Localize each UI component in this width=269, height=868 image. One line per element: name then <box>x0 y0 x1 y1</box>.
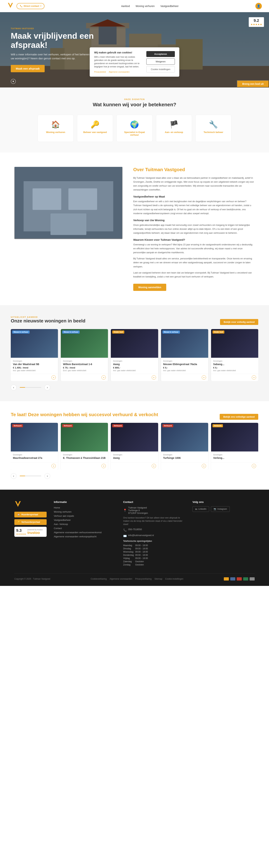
listing-card-4[interactable]: Onder bod Groningen Sabang... € 0,- Incl… <box>211 329 258 381</box>
cookie-accept-button[interactable]: Accepteren <box>146 51 175 57</box>
listing-city-3: Groningen <box>163 360 206 362</box>
instagram-icon: 📷 <box>214 508 216 510</box>
service-card-technisch[interactable]: 🔧 Technisch beheer <box>196 115 231 142</box>
listing-more-1[interactable]: + <box>101 375 106 380</box>
footer-link-vastgoedbeheer[interactable]: Vastgoedbeheer <box>54 519 116 521</box>
about-cta-button[interactable]: Woning aanmelden <box>133 284 166 291</box>
footer-link-expats[interactable]: Verhuur aan expats <box>54 515 116 517</box>
sold-more-4[interactable]: + <box>252 464 256 468</box>
footer-phone-link[interactable]: 050-7518550 <box>128 528 142 531</box>
linkedin-button[interactable]: in LinkedIn <box>192 506 209 512</box>
cookie-reject-button[interactable]: Weigeren <box>146 58 175 65</box>
user-avatar[interactable]: 👤 <box>256 3 262 9</box>
footer-link-woning-verhuren[interactable]: Woning verhuren <box>54 510 116 513</box>
sold-image-3: Verhuurd <box>161 423 208 452</box>
services-tag: ONZE DIENSTEN <box>14 98 255 100</box>
listing-card-0[interactable]: Nieuw in verhuur Groningen Van der Waals… <box>11 329 58 381</box>
sold-more-2[interactable]: + <box>152 464 156 468</box>
cookie-privacy-link[interactable]: Privacybeleid <box>94 71 106 73</box>
header: Direct contact ▾ Aanbod Woning verhuren … <box>0 0 269 12</box>
footer-cookie-instellingen[interactable]: Cookie-instellingen <box>165 578 183 580</box>
footer-link-home[interactable]: Home <box>54 506 116 509</box>
carousel-prev-button[interactable]: ‹ <box>11 384 17 390</box>
svg-marker-18 <box>15 501 21 507</box>
listing-card-3[interactable]: Nieuw in verhuur Groningen Nieuwe Ebbing… <box>161 329 208 381</box>
service-card-woning-verhuren[interactable]: 🏠 Woning verhuren <box>38 115 73 142</box>
listing-more-0[interactable]: + <box>52 375 56 380</box>
cookie-conditions-link[interactable]: Algemene voorwaarden <box>109 71 129 73</box>
service-card-beheer[interactable]: 🔑 Beheer van vastgoed <box>77 115 113 142</box>
footer-link-av-verhuur[interactable]: Algemene voorwaarden verhuurovereenkomst <box>54 531 116 534</box>
footer-link-contact[interactable]: Contact <box>54 527 116 530</box>
trustoo-score: 9.3 <box>16 528 26 533</box>
listing-badge-0: Nieuw in verhuur <box>12 331 30 334</box>
direct-contact-button[interactable]: Direct contact ▾ <box>17 3 44 9</box>
about-image <box>14 167 122 239</box>
footer-grid: 🏠 Huurdersportaal 🔑 Verhuurderportaal 9.… <box>14 500 255 566</box>
featured-section: UITGELICHT AANBOD Onze nieuwste woningen… <box>0 305 269 401</box>
footer-info-title: Informatie <box>54 500 116 503</box>
footer-email-link[interactable]: info@tuitmanvastgoed.nl <box>128 534 154 537</box>
services-section: ONZE DIENSTEN Wat kunnen wij voor je bet… <box>0 88 269 153</box>
listing-price-2: € 800,- <box>113 366 156 369</box>
day-zaterdag: Zaterdag <box>123 560 135 563</box>
footer-hours: Telefonische openingstijden Maandag09:00… <box>123 540 185 566</box>
bid-button[interactable]: Breng een bod uit <box>237 80 269 88</box>
service-label-1: Beheer van vastgoed <box>83 131 107 133</box>
sold-card-4[interactable]: Verkocht Groningen Verleng... + <box>211 423 258 470</box>
home-icon: 🏠 <box>17 513 20 516</box>
listing-more-4[interactable]: + <box>252 375 256 380</box>
instagram-button[interactable]: 📷 Instagram <box>211 506 230 512</box>
sold-view-all-button[interactable]: Bekijk ons volledige aanbod <box>220 414 258 420</box>
linkedin-label: LinkedIn <box>198 508 206 510</box>
sold-more-3[interactable]: + <box>202 464 206 468</box>
sold-carousel-next-button[interactable]: › <box>44 473 50 479</box>
scroll-down-icon[interactable]: ▼ <box>11 79 16 84</box>
listing-more-2[interactable]: + <box>152 375 156 380</box>
sold-card-0[interactable]: Verhuurd Groningen Mauritsadwarsstraat 2… <box>11 423 58 470</box>
sold-title: Te laat! Deze woningen hebben wij succes… <box>11 412 158 417</box>
hero-section: TUITMAN VASTGOED Maak vrijblijvend een a… <box>0 12 269 88</box>
footer-link-aankoop[interactable]: Aan- Verkoop <box>54 523 116 526</box>
listing-price-4: € 0,- <box>213 366 256 369</box>
footer-contact-col: Contact 📍 Tuitman Vastgoed Turfsinge 8 9… <box>123 500 185 566</box>
listing-image-0: Nieuw in verhuur <box>11 329 58 358</box>
verhuurder-portal-button[interactable]: 🔑 Verhuurderportaal <box>14 519 47 525</box>
listing-badge-4: Onder bod <box>212 331 225 334</box>
listing-city-2: Groningen <box>113 360 156 362</box>
day-vrijdag: Vrijdag <box>123 557 135 560</box>
sold-card-1[interactable]: Verhuurd Groningen E. Thomassen à Thuess… <box>61 423 108 470</box>
listing-more-3[interactable]: + <box>202 375 206 380</box>
service-card-aankoop[interactable]: 🏴 Aan- en verkoop <box>156 115 192 142</box>
footer-sitemap[interactable]: Sitemap <box>154 578 162 580</box>
listing-status-4: Incl. gas water elektriciteit <box>213 369 256 372</box>
nav-vastgoedbeheer[interactable]: Vastgoedbeheer <box>160 5 179 7</box>
sold-carousel-prev-button[interactable]: ‹ <box>11 473 17 479</box>
listing-card-2[interactable]: Onder bod Groningen Aweg € 800,- Incl. g… <box>111 329 158 381</box>
about-content: Over Tuitman Vastgoed Bij Tuitman Vastgo… <box>133 167 255 291</box>
nav-woning-verhuren[interactable]: Woning verhuren <box>136 5 155 7</box>
listing-city-1: Groningen <box>63 360 106 362</box>
footer-privacyverklaring[interactable]: Privacyverklaring <box>135 578 152 580</box>
footer-cookieverklaring[interactable]: Cookieverklaring <box>91 578 107 580</box>
carousel-next-button[interactable]: › <box>44 384 50 390</box>
sold-card-2[interactable]: Verhuurd Groningen Aweg + <box>111 423 158 470</box>
featured-view-all-button[interactable]: Bekijk voor volledig aanbod <box>220 319 258 325</box>
sold-more-0[interactable]: + <box>52 464 56 468</box>
sold-address-0: Mauritsadwarsstraat 27a <box>13 457 56 459</box>
service-card-expat[interactable]: 🌍 Specialist in Expat verhuur <box>117 115 152 142</box>
listing-card-1[interactable]: Nieuw in verhuur Groningen Willem Barent… <box>61 329 108 381</box>
footer-link-av-verkoop[interactable]: Algemene voorwaarden verkoopopdracht <box>54 535 116 538</box>
sold-card-3[interactable]: Verhuurd Groningen Turfsinge 1006 + <box>161 423 208 470</box>
hero-cta-button[interactable]: Maak een afspraak <box>11 65 44 72</box>
listing-status-1: Excl. gas water elektriciteit <box>63 369 106 372</box>
huurder-portal-button[interactable]: 🏠 Huurdersportaal <box>14 512 47 518</box>
nav-aanbod[interactable]: Aanbod <box>121 5 130 7</box>
listing-badge-1: Nieuw in verhuur <box>62 331 80 334</box>
hero-rating-badge: 9.2 ★★★★★ <box>249 17 264 27</box>
cookie-settings-button[interactable]: Cookie instellingen <box>146 66 175 72</box>
footer-algemene-voorwaarden[interactable]: Algemene voorwaarden <box>110 578 132 580</box>
sold-more-1[interactable]: + <box>101 464 106 468</box>
about-title: Over Tuitman Vastgoed <box>133 167 255 173</box>
listing-image-4: Onder bod <box>211 329 258 358</box>
